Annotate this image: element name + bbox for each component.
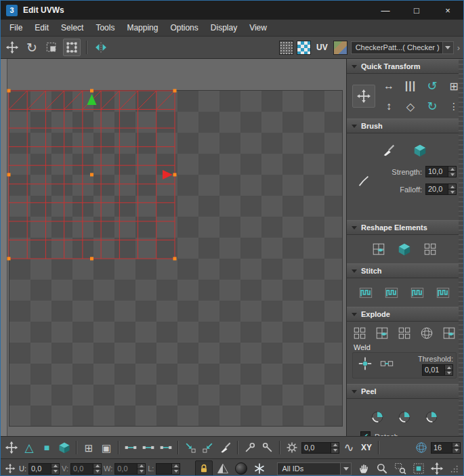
align-horizontal-icon[interactable]: ↔: [379, 77, 398, 95]
zoom-region-icon[interactable]: [392, 460, 408, 476]
explode-sphere-icon[interactable]: [417, 324, 436, 342]
spin-up-icon[interactable]: [172, 464, 180, 469]
reshape-header[interactable]: Reshape Elements: [347, 220, 463, 235]
stitch-source-icon[interactable]: [408, 284, 427, 301]
u-spinner[interactable]: 0,0: [28, 463, 60, 475]
uv-editor-canvas[interactable]: [1, 59, 346, 436]
distribute-vertical-icon[interactable]: |||: [401, 77, 420, 95]
rotate-tool-icon[interactable]: ↻: [24, 39, 40, 56]
qt-move-button[interactable]: [352, 85, 375, 108]
texture-list-dropdown[interactable]: CheckerPatt...( Checker ): [351, 41, 454, 54]
spin-down-icon[interactable]: [138, 469, 145, 474]
dropdown-arrow-icon[interactable]: [442, 42, 453, 53]
transform-value-spinner[interactable]: 0,0: [301, 442, 339, 454]
menu-mapping[interactable]: Mapping: [121, 23, 164, 33]
stitch-target-icon[interactable]: [434, 284, 452, 301]
spin-down-icon[interactable]: [172, 469, 180, 474]
flatten-by-id-icon[interactable]: [373, 324, 392, 342]
space-horizontal-icon[interactable]: [123, 439, 139, 456]
menu-select[interactable]: Select: [55, 23, 89, 33]
sample-texel-alt-icon[interactable]: [259, 439, 276, 456]
dark-sphere-icon[interactable]: [233, 460, 249, 476]
rotate-ccw-icon[interactable]: ↺: [423, 77, 442, 95]
straighten-selection-icon[interactable]: [421, 240, 440, 258]
align-to-corner-alt-icon[interactable]: [200, 439, 216, 456]
strength-spinner[interactable]: 10,0: [425, 166, 457, 177]
flatten-by-face-icon[interactable]: [395, 324, 414, 342]
spin-up-icon[interactable]: [452, 443, 460, 448]
close-button[interactable]: ×: [432, 1, 463, 20]
uv-space-label[interactable]: UV: [314, 43, 330, 52]
stitch-header[interactable]: Stitch: [347, 263, 463, 278]
v-spinner[interactable]: 0,0: [70, 463, 102, 475]
scale-tool-icon[interactable]: [43, 39, 60, 56]
texture-space-sphere-icon[interactable]: [413, 439, 429, 456]
align-pivot-icon[interactable]: ◇: [401, 98, 420, 115]
weld-selected-icon[interactable]: [377, 355, 396, 372]
pan-hand-icon[interactable]: [356, 460, 372, 476]
spin-up-icon[interactable]: [445, 365, 452, 370]
w-spinner[interactable]: 0,0: [114, 463, 146, 475]
menu-options[interactable]: Options: [164, 23, 204, 33]
menu-tools[interactable]: Tools: [89, 23, 121, 33]
grid-size-spinner[interactable]: 16: [431, 442, 461, 454]
spin-down-icon[interactable]: [445, 370, 452, 375]
paint-select-icon[interactable]: [217, 439, 234, 456]
peel-header[interactable]: Peel: [347, 384, 463, 399]
navigate-cross-icon[interactable]: [429, 460, 445, 476]
menu-file[interactable]: File: [3, 23, 28, 33]
relax-icon[interactable]: [395, 240, 414, 258]
spin-up-icon[interactable]: [448, 167, 456, 171]
zoom-extents-icon[interactable]: [410, 460, 427, 476]
minimize-button[interactable]: —: [370, 1, 401, 20]
absolute-offset-toggle-icon[interactable]: [215, 460, 231, 476]
toolbar-flyout-arrow[interactable]: ›: [457, 43, 460, 53]
settings-gear-icon[interactable]: [284, 439, 300, 456]
mirror-tool-icon[interactable]: [93, 39, 109, 56]
uv-tile-checker[interactable]: [9, 90, 343, 427]
quick-peel-icon[interactable]: [368, 408, 387, 426]
element-mode-icon[interactable]: [56, 439, 72, 456]
relax-brush-icon[interactable]: [410, 142, 429, 159]
align-vertical-icon[interactable]: ↕: [379, 98, 398, 115]
paint-move-brush-icon[interactable]: [379, 142, 398, 159]
zoom-icon[interactable]: [374, 460, 390, 476]
resize-grip[interactable]: [447, 462, 461, 475]
threshold-spinner[interactable]: 0,01: [422, 364, 453, 376]
quick-transform-header[interactable]: Quick Transform: [347, 59, 463, 74]
soft-falloff-curve-icon[interactable]: ∿: [341, 439, 357, 456]
titlebar[interactable]: 3 Edit UVWs — □ ×: [1, 1, 463, 20]
explode-header[interactable]: Explode: [347, 307, 463, 322]
space-endpoints-icon[interactable]: [158, 439, 174, 456]
spin-up-icon[interactable]: [448, 184, 456, 189]
falloff-spinner[interactable]: 20,0: [425, 183, 457, 195]
menu-display[interactable]: Display: [205, 23, 243, 33]
material-id-dropdown[interactable]: All IDs: [277, 462, 352, 475]
spin-up-icon[interactable]: [93, 464, 101, 469]
detach-checkbox[interactable]: ✔: [360, 431, 371, 436]
menu-view[interactable]: View: [243, 23, 273, 33]
maximize-button[interactable]: □: [401, 1, 432, 20]
target-weld-icon[interactable]: [356, 355, 375, 372]
texture-preview-icon[interactable]: [333, 41, 347, 55]
spin-down-icon[interactable]: [448, 171, 456, 177]
move-tool-icon[interactable]: [4, 39, 20, 56]
spin-down-icon[interactable]: [51, 469, 59, 474]
spin-up-icon[interactable]: [331, 443, 339, 448]
snap-grid-icon[interactable]: ⊞: [81, 439, 97, 456]
spin-down-icon[interactable]: [331, 448, 339, 453]
spin-down-icon[interactable]: [93, 469, 101, 474]
stitch-average-icon[interactable]: [382, 284, 401, 301]
explode-to-parts-icon[interactable]: [440, 324, 459, 342]
quad-mode-icon[interactable]: ■: [39, 439, 55, 456]
menu-edit[interactable]: Edit: [28, 23, 55, 33]
spin-up-icon[interactable]: [138, 464, 145, 469]
spin-up-icon[interactable]: [51, 464, 59, 469]
spin-down-icon[interactable]: [448, 189, 456, 194]
axis-space-label[interactable]: XY: [358, 443, 375, 452]
sample-texel-icon[interactable]: [242, 439, 258, 456]
falloff-curve-icon[interactable]: [352, 167, 375, 194]
stitch-custom-icon[interactable]: [356, 284, 375, 301]
relax-until-flat-icon[interactable]: [369, 240, 388, 258]
align-to-corner-icon[interactable]: [182, 439, 198, 456]
